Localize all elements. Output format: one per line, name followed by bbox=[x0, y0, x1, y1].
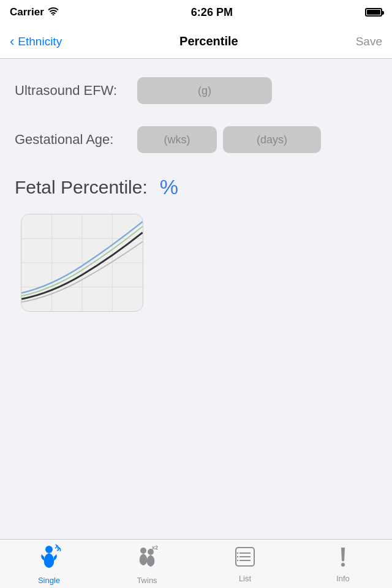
ultrasound-label: Ultrasound EFW: bbox=[15, 83, 137, 99]
info-icon bbox=[331, 545, 355, 571]
growth-chart bbox=[21, 214, 143, 312]
svg-point-9 bbox=[140, 548, 146, 554]
twins-icon: x2 bbox=[134, 543, 160, 573]
nav-title: Percentile bbox=[179, 34, 238, 48]
chart-svg bbox=[21, 214, 143, 311]
nav-bar: ‹ Ethnicity Percentile Save bbox=[0, 24, 392, 59]
ultrasound-input[interactable]: (g) bbox=[137, 77, 272, 104]
status-right bbox=[365, 8, 382, 17]
percentile-value: % bbox=[160, 175, 178, 199]
gestational-age-row: Gestational Age: (wks) (days) bbox=[15, 126, 377, 153]
tab-twins-label: Twins bbox=[137, 576, 157, 585]
percentile-row: Fetal Percentile: % bbox=[15, 175, 377, 199]
percentile-label: Fetal Percentile: bbox=[15, 177, 148, 198]
carrier-wifi: Carrier bbox=[10, 6, 59, 18]
gestational-age-label: Gestational Age: bbox=[15, 132, 137, 148]
tab-info-label: Info bbox=[336, 574, 350, 583]
tab-twins[interactable]: x2 Twins bbox=[98, 540, 196, 588]
svg-text:x2: x2 bbox=[152, 545, 158, 551]
weeks-placeholder: (wks) bbox=[164, 134, 190, 146]
main-content: Ultrasound EFW: (g) Gestational Age: (wk… bbox=[0, 59, 392, 539]
list-icon bbox=[233, 545, 257, 571]
tab-single[interactable]: Single bbox=[0, 540, 98, 588]
status-time: 6:26 PM bbox=[191, 6, 233, 19]
svg-point-8 bbox=[45, 546, 53, 553]
back-label: Ethnicity bbox=[18, 35, 62, 48]
tab-list[interactable]: List bbox=[196, 540, 294, 588]
svg-point-0 bbox=[52, 14, 54, 15]
percentile-section: Fetal Percentile: % bbox=[15, 175, 377, 312]
svg-point-20 bbox=[341, 563, 345, 567]
back-button[interactable]: ‹ Ethnicity bbox=[10, 35, 62, 48]
single-icon bbox=[36, 543, 62, 573]
ultrasound-row: Ultrasound EFW: (g) bbox=[15, 77, 377, 104]
tab-info[interactable]: Info bbox=[294, 540, 392, 588]
carrier-label: Carrier bbox=[10, 6, 44, 18]
svg-marker-19 bbox=[341, 548, 345, 561]
weeks-input[interactable]: (wks) bbox=[137, 126, 217, 153]
days-placeholder: (days) bbox=[257, 134, 287, 146]
ultrasound-placeholder: (g) bbox=[198, 85, 211, 97]
battery-icon bbox=[365, 8, 382, 17]
tab-list-label: List bbox=[239, 574, 251, 583]
tab-single-label: Single bbox=[38, 576, 60, 585]
save-button[interactable]: Save bbox=[356, 35, 382, 48]
tab-bar: Single x2 Twins bbox=[0, 539, 392, 588]
back-arrow-icon: ‹ bbox=[10, 35, 14, 48]
wifi-icon bbox=[48, 6, 59, 18]
days-input[interactable]: (days) bbox=[223, 126, 321, 153]
status-bar: Carrier 6:26 PM bbox=[0, 0, 392, 24]
